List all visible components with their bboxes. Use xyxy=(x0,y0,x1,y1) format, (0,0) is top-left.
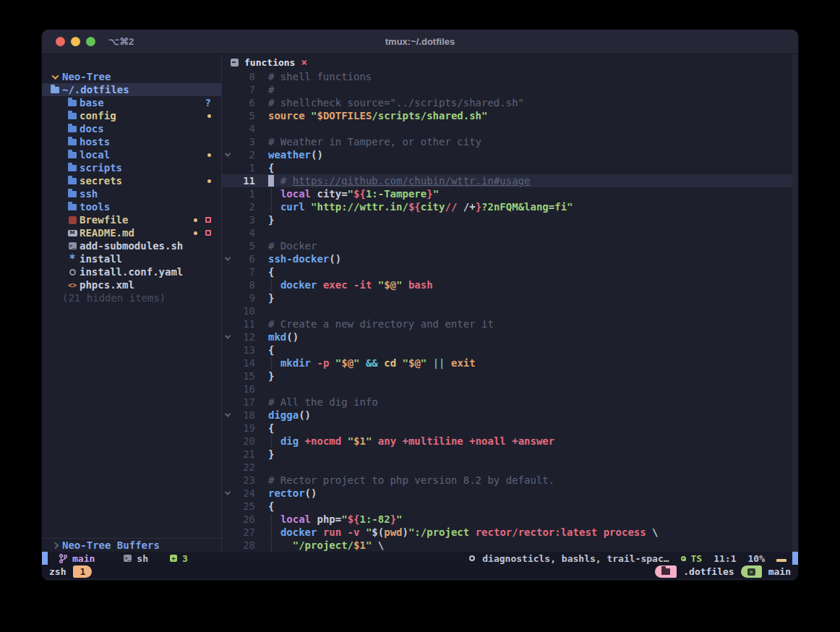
fold-marker[interactable] xyxy=(222,487,233,500)
tree-item-scripts[interactable]: scripts xyxy=(42,161,221,174)
code-line[interactable]: 11# Create a new directory and enter it xyxy=(222,317,792,330)
cursor-position: 11:1 xyxy=(713,553,736,564)
code-line[interactable]: 2weather() xyxy=(222,148,792,161)
fold-marker[interactable] xyxy=(222,409,233,422)
code-text: source "$DOTFILES/scripts/shared.sh" xyxy=(255,109,487,122)
code-line[interactable]: 18digga() xyxy=(222,409,792,422)
code-line[interactable]: 26│ local php="${1:-82}" xyxy=(222,513,792,526)
fold-column xyxy=(222,422,233,435)
title-bar: ⌥⌘2 tmux:~/.dotfiles xyxy=(42,30,798,54)
tmux-session-dir-badge xyxy=(655,565,677,578)
tree-item-brewfile[interactable]: Brewfile xyxy=(42,213,221,226)
code-line[interactable]: 24rector() xyxy=(222,487,792,500)
tree-item-install.conf.yaml[interactable]: install.conf.yaml xyxy=(42,265,221,278)
line-number: 4 xyxy=(233,226,255,239)
fold-marker[interactable] xyxy=(222,252,233,265)
minimize-window-button[interactable] xyxy=(71,37,80,46)
line-number: 6 xyxy=(233,252,255,265)
fold-column xyxy=(222,304,233,317)
code-line[interactable]: 1│ local city="${1:-Tampere}" xyxy=(222,187,792,200)
code-line[interactable]: 4 xyxy=(222,122,792,135)
line-number: 8 xyxy=(233,70,255,83)
code-line[interactable]: 23# Rector project to php version 8.2 by… xyxy=(222,474,792,487)
code-line[interactable]: 7{ xyxy=(222,265,792,278)
code-line[interactable]: 1{ xyxy=(222,161,792,174)
code-line[interactable]: 28│ "/project/$1" \ xyxy=(222,539,792,552)
line-number: 2 xyxy=(233,148,255,161)
code-line[interactable]: 12mkd() xyxy=(222,330,792,343)
tree-item-label: config xyxy=(80,110,116,121)
tree-item-label: ~/.dotfiles xyxy=(62,84,129,95)
code-line[interactable]: 8# shell functions xyxy=(222,70,792,83)
tree-item-secrets[interactable]: secrets xyxy=(42,174,221,187)
buffer-tab-functions[interactable]: functions xyxy=(244,57,295,68)
code-line[interactable]: 3} xyxy=(222,213,792,226)
close-window-button[interactable] xyxy=(56,37,65,46)
code-line[interactable]: 20│ dig +nocmd "$1" any +multiline +noal… xyxy=(222,435,792,448)
scrollbar-thumb[interactable] xyxy=(792,552,798,565)
tree-item-ssh[interactable]: ssh xyxy=(42,187,221,200)
code-line[interactable]: 2│ curl "http://wttr.in/${city// /+}?2nF… xyxy=(222,200,792,213)
tree-item-phpcs.xml[interactable]: <>phpcs.xml xyxy=(42,278,221,291)
fold-column xyxy=(222,356,233,370)
fold-column xyxy=(222,370,233,383)
tree-item-config[interactable]: config xyxy=(42,109,221,122)
git-modified-dot-badge xyxy=(194,218,197,222)
tree-item-readme.md[interactable]: MREADME.md xyxy=(42,226,221,239)
zoom-window-button[interactable] xyxy=(86,37,95,46)
code-line[interactable]: 16 xyxy=(222,383,792,396)
line-number: 1 xyxy=(233,161,255,174)
tree-item--.dotfiles[interactable]: ~/.dotfiles xyxy=(42,83,221,96)
fold-column xyxy=(222,435,233,448)
tree-item-docs[interactable]: docs xyxy=(42,122,221,135)
git-added-section: + 3 xyxy=(170,553,188,564)
code-line[interactable]: 9} xyxy=(222,291,792,304)
line-number: 26 xyxy=(233,513,255,526)
fold-marker[interactable] xyxy=(222,330,233,343)
code-text xyxy=(255,461,268,474)
code-line[interactable]: 6ssh-docker() xyxy=(222,252,792,265)
line-number: 24 xyxy=(233,487,255,500)
tmux-window-index-badge[interactable]: 1 xyxy=(73,565,92,578)
git-status-badges xyxy=(207,153,211,157)
code-line[interactable]: 3# Weather in Tampere, or other city xyxy=(222,135,792,148)
code-line[interactable]: 5source "$DOTFILES/scripts/shared.sh" xyxy=(222,109,792,122)
fold-column xyxy=(222,513,233,526)
fold-marker[interactable] xyxy=(222,148,233,161)
code-text: │ local city="${1:-Tampere}" xyxy=(255,187,439,200)
code-buffer[interactable]: 8# shell functions7#6# shellcheck source… xyxy=(222,70,792,552)
code-line[interactable]: 4 xyxy=(222,226,792,239)
mode-indicator-block xyxy=(42,552,48,565)
neotree-buffers-section[interactable]: Neo-Tree Buffers xyxy=(42,539,221,552)
code-line[interactable]: 13{ xyxy=(222,343,792,356)
tree-item-local[interactable]: local xyxy=(42,148,221,161)
tree-item-add-submodules.sh[interactable]: >_add-submodules.sh xyxy=(42,239,221,252)
code-line[interactable]: 10 xyxy=(222,304,792,317)
code-line[interactable]: 19{ xyxy=(222,422,792,435)
folder-icon xyxy=(68,191,77,197)
fold-column xyxy=(222,539,233,552)
code-line[interactable]: 22 xyxy=(222,461,792,474)
code-line[interactable]: 8│ docker exec -it "$@" bash xyxy=(222,278,792,291)
code-text: │ docker exec -it "$@" bash xyxy=(255,278,433,291)
code-text: { xyxy=(255,265,274,278)
code-line[interactable]: 17# All the dig info xyxy=(222,396,792,409)
code-line[interactable]: 14│ mkdir -p "$@" && cd "$@" || exit xyxy=(222,356,792,370)
fold-column xyxy=(222,83,233,96)
code-line[interactable]: 27│ docker run -v "$(pwd)":/project rect… xyxy=(222,526,792,539)
code-line[interactable]: 25{ xyxy=(222,500,792,513)
code-line[interactable]: 6# shellcheck source="../scripts/shared.… xyxy=(222,96,792,109)
chevron-right-icon xyxy=(51,542,59,549)
code-line[interactable]: 15} xyxy=(222,370,792,383)
code-line[interactable]: 21} xyxy=(222,448,792,461)
folder-icon xyxy=(68,178,77,184)
tree-item-base[interactable]: base? xyxy=(42,96,221,109)
tree-item-tools[interactable]: tools xyxy=(42,200,221,213)
scroll-percent: 10% xyxy=(748,553,765,564)
code-line[interactable]: 5# Docker xyxy=(222,239,792,252)
tree-item-install[interactable]: *install xyxy=(42,252,221,265)
code-line-current[interactable]: 11 # https://github.com/chubin/wttr.in#u… xyxy=(222,174,792,187)
tree-item-hosts[interactable]: hosts xyxy=(42,135,221,148)
close-buffer-icon[interactable]: × xyxy=(301,56,307,68)
code-line[interactable]: 7# xyxy=(222,83,792,96)
